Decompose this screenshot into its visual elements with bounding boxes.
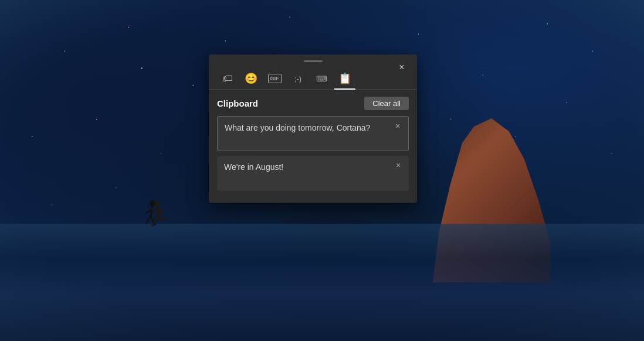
tab-kaomoji[interactable]: ;-) — [287, 68, 309, 89]
running-person-silhouette — [144, 200, 161, 236]
clipboard-icon: 📋 — [338, 72, 351, 85]
tab-emoji[interactable]: 😊 — [240, 68, 262, 89]
water-reflection — [0, 224, 644, 341]
tab-symbols[interactable]: ⌨ — [311, 68, 332, 89]
tab-clipboard[interactable]: 📋 — [334, 68, 355, 89]
emoji-clipboard-panel: × 🏷 😊 GIF ;-) ⌨ 📋 Clipboard Clear all — [209, 54, 417, 203]
svg-line-4 — [146, 210, 151, 213]
clipboard-title: Clipboard — [217, 98, 258, 108]
panel-close-button[interactable]: × — [394, 59, 410, 76]
svg-line-1 — [151, 206, 152, 217]
kaomoji-icon: ;-) — [294, 74, 301, 83]
symbols-icon: ⌨ — [316, 74, 327, 83]
drag-handle — [304, 60, 323, 62]
clipboard-item-close-button[interactable]: × — [392, 120, 404, 132]
svg-line-2 — [146, 217, 151, 224]
clipboard-item-close-button[interactable]: × — [392, 159, 404, 171]
svg-point-0 — [150, 200, 155, 206]
svg-line-3 — [151, 217, 155, 225]
clipboard-section: Clipboard Clear all What are you doing t… — [209, 90, 417, 203]
svg-line-5 — [151, 210, 157, 212]
clipboard-header: Clipboard Clear all — [217, 97, 409, 110]
clipboard-item-text: We're in August! — [224, 162, 283, 173]
tab-gif[interactable]: GIF — [264, 68, 285, 89]
tab-bar: 🏷 😊 GIF ;-) ⌨ 📋 — [209, 66, 417, 90]
panel-drag-bar: × — [209, 54, 417, 66]
clipboard-item[interactable]: What are you doing tomorrow, Cortana? × — [217, 116, 409, 151]
emoji-icon: 😊 — [245, 72, 257, 85]
clipboard-item-text: What are you doing tomorrow, Cortana? — [225, 122, 370, 134]
gif-icon: GIF — [268, 74, 282, 83]
clear-all-button[interactable]: Clear all — [364, 97, 409, 110]
clipboard-item[interactable]: We're in August! × — [217, 156, 409, 191]
tab-sticker[interactable]: 🏷 — [217, 68, 238, 89]
sticker-icon: 🏷 — [222, 73, 233, 85]
